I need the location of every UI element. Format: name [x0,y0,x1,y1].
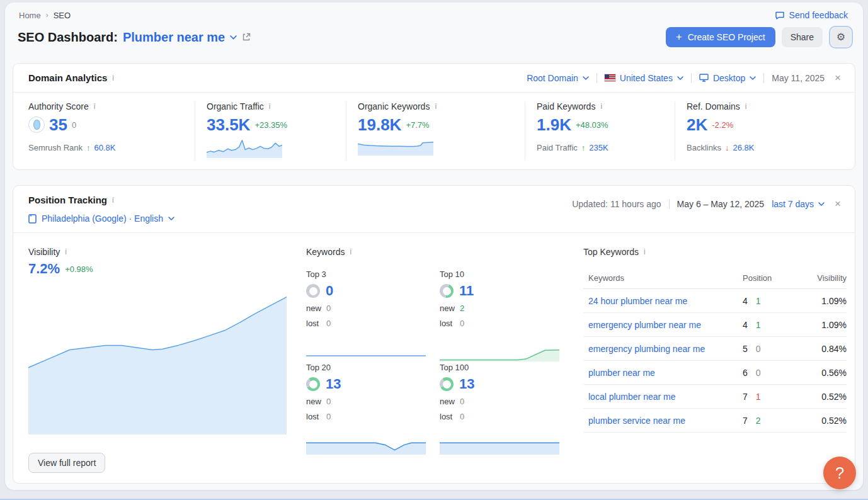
visibility-label: Visibility [28,247,60,257]
divider [763,73,764,83]
organic-traffic-sparkline [207,138,282,158]
metric-label: Ref. Domains [687,101,740,111]
close-icon[interactable]: × [835,198,841,209]
position-cell: 41 [743,320,796,330]
info-icon[interactable]: i [94,102,96,111]
help-button[interactable]: ? [823,457,856,489]
external-link-icon[interactable] [242,33,251,42]
close-icon[interactable]: × [835,72,841,83]
column-position: Position [743,273,796,283]
authority-score-icon [28,116,45,133]
metric-ref-domains: Ref. Domainsi 2K -2.2% Backlinks ↓ 26.8K [675,101,840,161]
keyword-link[interactable]: 24 hour plumber near me [588,296,743,306]
info-icon[interactable]: i [112,74,114,82]
divider [691,73,692,83]
visibility-cell: 0.52% [796,392,847,402]
arrow-down-icon: ↓ [725,143,729,152]
seo-dashboard-app: Home › SEO Send feedback SEO Dashboard: … [5,3,863,490]
table-row: plumber near me600.56% [583,361,847,385]
range-selector-dropdown[interactable]: last 7 days [772,199,825,209]
updated-label: Updated: 11 hours ago [572,199,661,209]
bucket-trend-sparkline [306,345,426,361]
top-keywords-label: Top Keywords [583,247,639,257]
scope-dropdown[interactable]: Root Domain [527,73,589,83]
visibility-change: +0.98% [65,264,93,274]
bucket-count: 0 [326,284,333,298]
location-selector[interactable]: Philadelphia (Google) · English [28,213,174,224]
breadcrumb: Home › SEO [19,11,71,20]
project-name: Plumber near me [123,30,225,45]
bucket-label: Top 3 [306,270,426,279]
ring-chart-icon [440,284,454,298]
send-feedback-link[interactable]: Send feedback [775,10,848,20]
keyword-link[interactable]: local plumber near me [588,392,743,402]
domain-analytics-title: Domain Analytics [28,72,107,83]
lost-stat: lost0 [440,412,559,421]
bucket-trend-sparkline [440,438,559,455]
info-icon[interactable]: i [644,247,646,256]
create-seo-project-label: Create SEO Project [688,32,765,42]
settings-gear-button[interactable]: ⚙ [831,28,851,47]
new-stat: new0 [306,304,426,313]
info-icon[interactable]: i [269,102,271,111]
table-row: 24 hour plumber near me411.09% [583,289,847,313]
keywords-section: Keywordsi Top 30new0lost0Top 1011new2los… [306,247,576,456]
breadcrumb-current: SEO [54,11,71,20]
keyword-bucket-top-100: Top 10013new0lost0 [440,363,559,456]
us-flag-icon [605,74,615,81]
bucket-count: 13 [459,377,474,391]
info-icon[interactable]: i [600,102,602,111]
date-label[interactable]: May 11, 2025 [772,73,825,83]
backlinks-value[interactable]: 26.8K [733,143,754,152]
visibility-section: Visibilityi 7.2% +0.98% [28,247,293,435]
chevron-down-icon [677,76,683,80]
keyword-link[interactable]: emergency plumber near me [588,320,743,330]
chevron-down-icon [818,202,825,206]
new-stat: new0 [440,397,559,406]
organic-keywords-value: 19.8K [358,116,401,133]
share-button[interactable]: Share [782,27,823,47]
metric-authority-score: Authority Scorei 35 0 Semrush Rank ↑ 60.… [28,101,195,161]
info-icon[interactable]: i [112,196,114,205]
semrush-rank-value[interactable]: 60.8K [94,143,115,152]
info-icon[interactable]: i [435,102,437,111]
bucket-trend-sparkline [306,438,426,455]
visibility-cell: 0.56% [796,368,847,378]
device-dropdown[interactable]: Desktop [699,73,756,83]
breadcrumb-home[interactable]: Home [19,11,41,20]
table-row: emergency plumbing near me500.84% [583,337,847,361]
keyword-link[interactable]: plumber service near me [588,416,743,426]
organic-traffic-value: 33.5K [207,116,250,133]
position-cell: 60 [743,368,796,378]
column-visibility: Visibility [796,273,847,283]
lost-stat: lost0 [440,319,559,328]
keyword-buckets-grid: Top 30new0lost0Top 1011new2lost0Top 2013… [306,270,576,456]
chevron-down-icon [583,76,589,80]
project-selector[interactable]: Plumber near me [123,30,237,45]
country-value: United States [620,73,673,83]
divider [669,199,670,209]
lost-stat: lost0 [306,412,426,421]
keyword-link[interactable]: emergency plumbing near me [588,344,743,354]
info-icon[interactable]: i [745,102,747,111]
device-value: Desktop [713,73,745,83]
paid-traffic-label: Paid Traffic [537,143,578,152]
breadcrumb-separator-icon: › [46,11,49,20]
bucket-count: 13 [326,377,341,391]
paid-keywords-value: 1.9K [537,116,571,133]
paid-traffic-value[interactable]: 235K [589,143,608,152]
create-seo-project-button[interactable]: + Create SEO Project [666,27,775,47]
page-title: SEO Dashboard: [18,30,118,45]
info-icon[interactable]: i [65,247,67,256]
settings-button-focus-ring: ⚙ [829,26,853,48]
arrow-up-icon: ↑ [581,143,586,152]
keyword-link[interactable]: plumber near me [588,368,743,378]
view-full-report-button[interactable]: View full report [28,453,105,473]
position-cell: 72 [743,416,796,426]
table-row: local plumber near me710.52% [583,385,847,409]
visibility-cell: 0.84% [796,344,847,354]
authority-score-value: 35 [49,116,67,133]
country-dropdown[interactable]: United States [605,73,683,83]
info-icon[interactable]: i [350,247,351,256]
chevron-down-icon [230,35,237,40]
